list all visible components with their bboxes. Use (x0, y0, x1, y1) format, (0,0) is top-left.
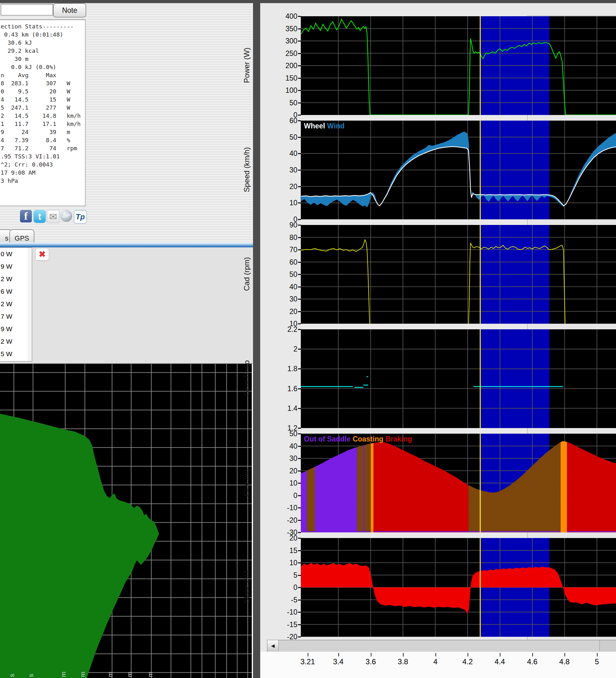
google-earth-icon[interactable] (60, 210, 72, 222)
elev-ytick-label: 40 (263, 442, 297, 451)
gear-ytick-label: 2 (263, 345, 297, 353)
list-item[interactable]: 9 W (0, 323, 32, 335)
legend-entry: Coasting (351, 435, 384, 443)
scrollbar-left-arrow-icon[interactable]: ◀ (267, 640, 279, 651)
legend-entry: Braking (383, 435, 412, 443)
list-item[interactable]: 5 W (0, 348, 32, 360)
x-axis-distance-labels: 3.213.43.63.844.24.44.64.85 (260, 652, 616, 678)
y-tick-mark (298, 65, 301, 66)
y-tick-mark (298, 520, 301, 521)
x-tick-mark (597, 653, 598, 656)
x-tick-mark (308, 653, 308, 656)
selection-edge-line (480, 329, 481, 428)
y-tick-mark (298, 483, 301, 484)
duration-tick-label: m (126, 672, 133, 677)
speed-ytick-label: 40 (263, 149, 297, 158)
facebook-share-icon[interactable]: f (20, 210, 32, 222)
slope-ytick-label: 10 (263, 559, 297, 567)
y-tick-mark (298, 600, 301, 601)
slope-ytick-label: -10 (263, 608, 297, 616)
y-tick-mark (298, 153, 301, 154)
list-item[interactable]: 7 W (0, 310, 32, 323)
list-item[interactable]: 9 W (0, 260, 32, 273)
elev-ytick-label: 20 (263, 467, 297, 475)
y-tick-mark (298, 624, 301, 625)
duration-tick-label: s (8, 674, 15, 677)
power-ytick-label: 250 (263, 49, 297, 58)
y-tick-mark (298, 225, 301, 226)
tab-divider-bar (0, 242, 253, 248)
y-tick-mark (298, 237, 301, 238)
y-tick-mark (298, 550, 301, 551)
y-tick-mark (298, 458, 301, 459)
power-ytick-label: 400 (263, 12, 297, 21)
x-tick-mark (468, 653, 468, 656)
list-item[interactable]: 2 W (0, 298, 32, 310)
selection-edge-line (480, 121, 481, 219)
y-tick-mark (298, 446, 301, 447)
speed-plot[interactable] (301, 121, 616, 219)
window-divider[interactable] (253, 0, 260, 678)
y-tick-mark (298, 202, 301, 203)
y-tick-mark (298, 495, 301, 496)
gear-axis-title: Gear Ratio (242, 347, 251, 410)
cad-plot[interactable] (301, 225, 616, 324)
slope-ytick-label: 15 (263, 547, 297, 555)
horizontal-scrollbar[interactable]: ◀ (267, 640, 616, 652)
trainingpeaks-icon[interactable]: Tp (74, 210, 87, 224)
interval-list[interactable]: 0 W9 W2 W6 W2 W7 W9 W2 W5 W (0, 248, 32, 362)
x-tick-label: 4.2 (455, 657, 480, 666)
delete-interval-button[interactable]: ✖ (35, 248, 49, 261)
y-tick-mark (298, 311, 301, 312)
twitter-share-icon[interactable]: t (33, 210, 46, 223)
y-tick-mark (298, 562, 301, 563)
tab-gps[interactable]: GPS (9, 229, 34, 244)
power-plot[interactable] (301, 16, 616, 115)
x-tick-mark (403, 653, 403, 656)
y-tick-mark (298, 249, 301, 250)
gear-ytick-label: 1.8 (263, 365, 297, 373)
selection-stats-panel: ection Stats--------- 0.43 km (0:01:48) … (0, 20, 86, 206)
y-tick-mark (298, 299, 301, 300)
x-tick-mark (532, 653, 533, 656)
elev-axis-title: Elev (m) (242, 451, 251, 514)
note-input[interactable] (1, 4, 53, 15)
list-item[interactable]: 2 W (0, 335, 32, 348)
y-tick-mark (298, 53, 301, 54)
stats-window: Note ection Stats--------- 0.43 km (0:01… (0, 0, 253, 678)
speed-ytick-label: 20 (263, 183, 297, 191)
x-tick-mark (435, 653, 436, 656)
power-axis-title: Power (W) (242, 34, 251, 97)
x-tick-label: 3.6 (358, 657, 383, 666)
power-ytick-label: 50 (263, 99, 297, 107)
list-item[interactable]: 0 W (0, 248, 32, 260)
elev-legend: Out of Saddle Coasting Braking (304, 435, 412, 443)
list-item[interactable]: 2 W (0, 273, 32, 285)
power-ytick-label: 300 (263, 37, 297, 45)
power-ytick-label: 100 (263, 86, 297, 95)
mean-max-area (0, 414, 159, 678)
scrollbar-thumb[interactable] (600, 640, 616, 651)
gear-plot[interactable] (301, 329, 616, 428)
list-item[interactable]: 6 W (0, 285, 32, 298)
y-tick-mark (298, 170, 301, 171)
elev-plot[interactable] (301, 434, 616, 532)
cad-ytick-label: 90 (263, 221, 297, 229)
note-button[interactable]: Note (53, 3, 86, 17)
email-share-icon[interactable]: ✉ (47, 210, 60, 223)
y-tick-mark (298, 507, 301, 509)
y-tick-mark (298, 532, 301, 533)
cad-ytick-label: 70 (263, 246, 297, 254)
mean-max-power-chart: ssmmmmm (0, 363, 253, 678)
x-tick-label: 4.6 (520, 657, 545, 666)
cad-ytick-label: 20 (263, 307, 297, 316)
slope-plot[interactable] (301, 538, 616, 637)
y-tick-mark (298, 137, 301, 138)
y-tick-mark (298, 636, 301, 637)
slope-axis-title: Slope (%) (242, 556, 251, 618)
y-tick-mark (298, 349, 301, 350)
speed-ytick-label: 30 (263, 166, 297, 174)
x-tick-label: 3.8 (390, 657, 416, 666)
y-tick-mark (298, 262, 301, 263)
y-tick-mark (298, 186, 301, 187)
